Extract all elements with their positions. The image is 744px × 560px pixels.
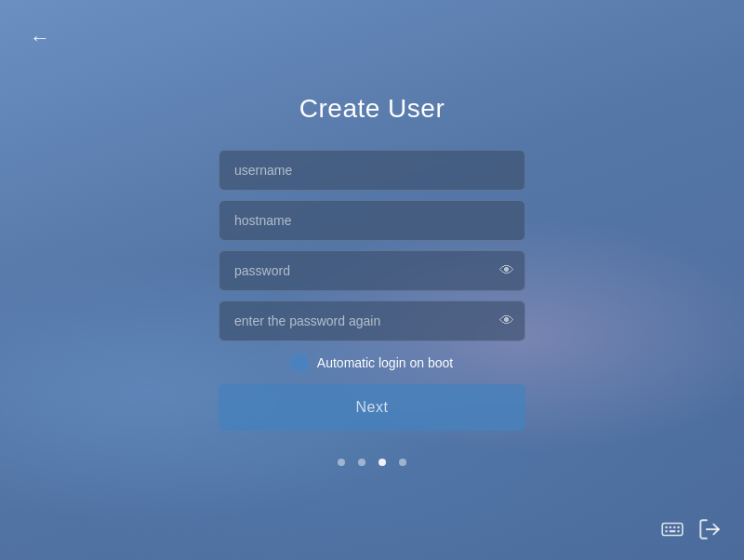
hostname-wrapper: [219, 200, 525, 241]
auto-login-checkbox[interactable]: [291, 354, 308, 371]
password-wrapper: 👁︎: [219, 250, 525, 291]
bottom-toolbar: [660, 517, 722, 541]
username-wrapper: [219, 150, 525, 191]
svg-rect-3: [673, 527, 675, 528]
confirm-password-toggle-icon[interactable]: 👁︎: [499, 313, 514, 329]
svg-rect-7: [677, 530, 679, 532]
svg-rect-6: [670, 530, 676, 532]
confirm-password-wrapper: 👁︎: [219, 300, 525, 341]
password-toggle-icon[interactable]: 👁︎: [499, 262, 514, 279]
hostname-input[interactable]: [219, 200, 525, 241]
back-button[interactable]: ←: [30, 26, 50, 50]
create-user-form: 👁︎ 👁︎ Automatic login on boot Next: [219, 150, 525, 431]
dot-2: [358, 459, 365, 466]
auto-login-label: Automatic login on boot: [317, 355, 453, 370]
keyboard-icon[interactable]: [660, 517, 684, 541]
main-container: Create User 👁︎ 👁︎ Automatic login on boo…: [0, 0, 744, 560]
svg-rect-4: [677, 527, 679, 528]
page-title: Create User: [299, 94, 445, 124]
dot-4: [399, 459, 406, 466]
auto-login-row: Automatic login on boot: [219, 354, 525, 371]
svg-rect-2: [670, 527, 671, 528]
password-input[interactable]: [219, 250, 525, 291]
logout-icon[interactable]: [698, 517, 722, 541]
page-dots: [338, 459, 406, 466]
dot-1: [338, 459, 345, 466]
confirm-password-input[interactable]: [219, 300, 525, 341]
svg-rect-0: [662, 524, 683, 536]
username-input[interactable]: [219, 150, 525, 191]
next-button[interactable]: Next: [219, 384, 525, 431]
dot-3: [379, 459, 386, 466]
svg-rect-1: [665, 527, 667, 528]
svg-rect-5: [665, 530, 667, 532]
